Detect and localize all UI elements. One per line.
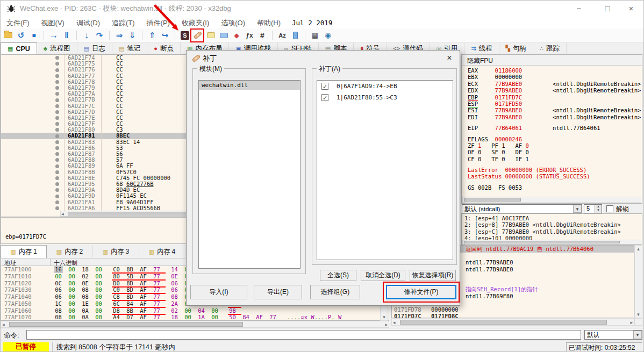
select-all-button[interactable]: 全选(S): [320, 270, 356, 281]
patch-checkbox[interactable]: ✓: [321, 83, 328, 90]
memory-tab-1[interactable]: ▥内存 1: [1, 245, 47, 258]
breakpoint-dot-icon[interactable]: [55, 206, 59, 210]
stop-icon[interactable]: ■: [28, 30, 39, 41]
menu-item-6[interactable]: 选项(O): [215, 17, 251, 28]
menu-item-1[interactable]: 视图(V): [35, 17, 70, 28]
command-input[interactable]: [26, 330, 581, 340]
globe-icon[interactable]: ◉: [323, 30, 333, 41]
step-into-icon[interactable]: ↓: [81, 30, 92, 41]
memory-tab-2[interactable]: ▥内存 2: [47, 245, 93, 258]
tab-线程[interactable]: ⇉线程: [464, 42, 499, 54]
menu-item-4[interactable]: 插件(P): [141, 17, 176, 28]
breakpoint-dot-icon[interactable]: [55, 128, 59, 132]
minimize-button[interactable]: −: [567, 1, 591, 17]
register-row[interactable]: EIP 77B64061 ntdll.77B64061: [468, 125, 642, 131]
menu-item-7[interactable]: 帮助(H): [251, 17, 287, 28]
menu-item-2[interactable]: 调试(D): [70, 17, 106, 28]
breakpoint-dot-icon[interactable]: [55, 92, 59, 96]
run-to-cursor-icon[interactable]: ⇒: [114, 30, 125, 41]
register-row[interactable]: ZF 1 PF 1 AF 0: [468, 142, 642, 149]
patch-dialog-titlebar[interactable]: 补丁 ×: [187, 51, 460, 66]
tab-跟踪[interactable]: ∴跟踪: [533, 42, 567, 54]
breakpoint-dot-icon[interactable]: [55, 68, 59, 72]
breakpoint-dot-icon[interactable]: [55, 140, 59, 144]
comment-icon[interactable]: [205, 30, 216, 41]
patch-checkbox[interactable]: ✓: [321, 94, 328, 101]
calculator-icon[interactable]: ▦: [310, 30, 320, 41]
tab-笔记[interactable]: ▤笔记: [112, 42, 147, 54]
breakpoint-dot-icon[interactable]: [55, 164, 59, 168]
breakpoint-dot-icon[interactable]: [55, 110, 59, 114]
memory-row[interactable]: 77AF107008000A00A4D7AF7718001A005084AF77…: [1, 314, 389, 321]
restore-selection-button[interactable]: 恢复选择项(R): [410, 270, 456, 281]
breakpoint-dot-icon[interactable]: [55, 80, 59, 84]
stack-v-scrollbar[interactable]: ▴ ▾: [634, 245, 642, 318]
registers-h-scrollbar[interactable]: [462, 197, 641, 203]
patch-list[interactable]: ✓0|6A7F1AD9:74->EB✓1|6AD21F80:55->C3: [317, 80, 453, 260]
close-button[interactable]: ×: [619, 1, 643, 17]
command-profile-select[interactable]: 默认 ▼: [584, 330, 642, 340]
module-list-item[interactable]: wechatwin.dll: [199, 81, 300, 90]
register-row[interactable]: ESP 0171FD50: [468, 100, 642, 107]
breakpoint-dot-icon[interactable]: [55, 98, 59, 102]
memory-tab-3[interactable]: ▥内存 3: [93, 245, 139, 258]
hide-fpu-button[interactable]: 隐藏FPU: [462, 55, 642, 66]
register-row[interactable]: EBP 0171FD7C: [468, 94, 642, 100]
strings-icon[interactable]: Az: [277, 30, 288, 41]
attach-icon[interactable]: [290, 30, 300, 41]
arguments-h-scrollbar[interactable]: [462, 240, 641, 245]
tab-日志[interactable]: ▤日志: [77, 42, 112, 54]
argument-row[interactable]: 2: [esp+8] 77B9ABE0 <ntdll.DbgUiRemoteBr…: [464, 221, 642, 228]
restart-icon[interactable]: ↺: [16, 30, 26, 41]
breakpoint-dot-icon[interactable]: [55, 152, 59, 156]
bookmark-icon[interactable]: ◆: [231, 30, 242, 41]
pause-icon[interactable]: ‖: [61, 30, 72, 41]
module-list[interactable]: wechatwin.dll: [198, 80, 300, 269]
settings-icon[interactable]: S: [180, 30, 190, 41]
patch-list-item[interactable]: ✓1|6AD21F80:55->C3: [317, 92, 453, 103]
register-row[interactable]: EDX 77B9ABE0 <ntdll.DbgUiRemoteBreakin>: [468, 87, 642, 94]
register-row[interactable]: ECX 77B9ABE0 <ntdll.DbgUiRemoteBreakin>: [468, 81, 642, 87]
register-row[interactable]: LastStatus 00000000 (STATUS_SUCCESS): [468, 173, 642, 179]
run-to-user-code-icon[interactable]: ↪: [160, 30, 170, 41]
import-button[interactable]: 导入(I): [190, 285, 247, 299]
menu-item-0[interactable]: 文件(F): [1, 17, 35, 28]
stack-row[interactable]: 0171FD7C0171FD8C: [392, 313, 634, 318]
breakpoint-dot-icon[interactable]: [55, 188, 59, 192]
export-button[interactable]: 导出(E): [254, 285, 302, 299]
chevron-down-icon[interactable]: ▼: [633, 331, 642, 339]
chevron-down-icon[interactable]: ▼: [573, 205, 582, 213]
argument-row[interactable]: 1: [esp+4] A0C17EEA: [464, 215, 642, 221]
breakpoint-dot-icon[interactable]: [55, 146, 59, 150]
breakpoint-dot-icon[interactable]: [55, 134, 59, 138]
tab-断点[interactable]: ●断点: [147, 42, 181, 54]
register-row[interactable]: EDI 77B9ABE0 <ntdll.DbgUiRemoteBreakin>: [468, 114, 642, 120]
memory-row[interactable]: 77AF106008000A00D88BAF770200040098: [1, 307, 389, 314]
breakpoint-dot-icon[interactable]: [55, 170, 59, 174]
breakpoint-dot-icon[interactable]: [55, 200, 59, 204]
register-row[interactable]: CF 0 TF 0 IF 1: [468, 156, 642, 162]
step-out-icon[interactable]: ⇓: [127, 30, 138, 41]
hash-icon[interactable]: #: [257, 30, 268, 41]
patch-icon[interactable]: [192, 30, 203, 41]
arg-count-stepper[interactable]: 5 ▲▼: [584, 204, 602, 213]
breakpoint-dot-icon[interactable]: [55, 176, 59, 180]
register-row[interactable]: LastError 00000000 (ERROR_SUCCESS): [468, 167, 642, 173]
register-row[interactable]: ESI 77B9ABE0 <ntdll.DbgUiRemoteBreakin>: [468, 107, 642, 113]
breakpoint-dot-icon[interactable]: [55, 56, 59, 60]
stack-h-scrollbar[interactable]: ◂ ▸: [391, 318, 634, 326]
breakpoint-dot-icon[interactable]: [55, 62, 59, 66]
deselect-all-button[interactable]: 取消全选(D): [361, 270, 405, 281]
register-row[interactable]: EBX 00000000: [468, 74, 642, 80]
tab-句柄[interactable]: ▚句柄: [499, 42, 533, 54]
register-row[interactable]: EAX 01186000: [468, 67, 642, 74]
patch-list-item[interactable]: ✓0|6A7F1AD9:74->EB: [317, 81, 453, 92]
register-row[interactable]: EFLAGS 00000246: [468, 136, 642, 142]
breakpoint-dot-icon[interactable]: [55, 116, 59, 120]
breakpoint-dot-icon[interactable]: [55, 158, 59, 162]
breakpoint-dot-icon[interactable]: [55, 104, 59, 108]
maximize-button[interactable]: □: [595, 1, 620, 17]
dump-h-scrollbar[interactable]: ◂ ▸: [1, 321, 389, 328]
select-group-button[interactable]: 选择组(G): [310, 285, 360, 299]
unlock-checkbox[interactable]: [606, 205, 613, 212]
